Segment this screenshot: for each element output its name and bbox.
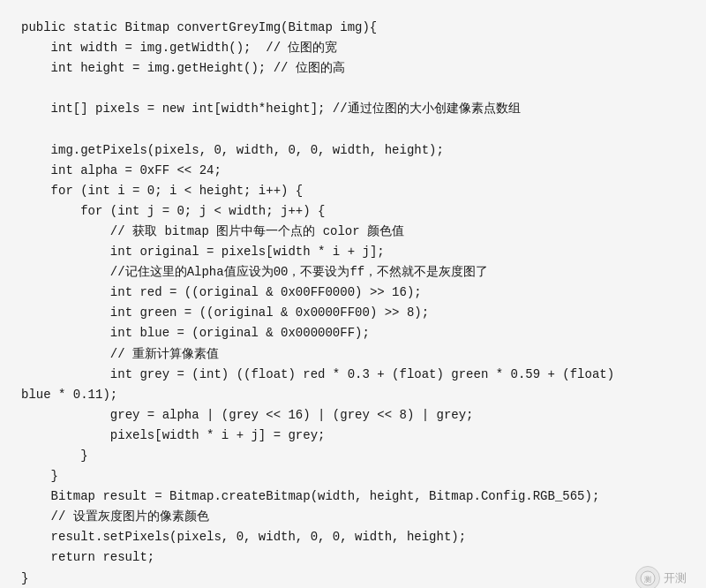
code-block: public static Bitmap convertGreyImg(Bitm… — [21, 18, 685, 588]
svg-text:测: 测 — [644, 576, 651, 584]
code-container: public static Bitmap convertGreyImg(Bitm… — [0, 0, 706, 588]
watermark-text: 开测 — [664, 570, 687, 586]
watermark: 测 开测 — [635, 566, 687, 588]
watermark-icon: 测 — [635, 566, 660, 588]
